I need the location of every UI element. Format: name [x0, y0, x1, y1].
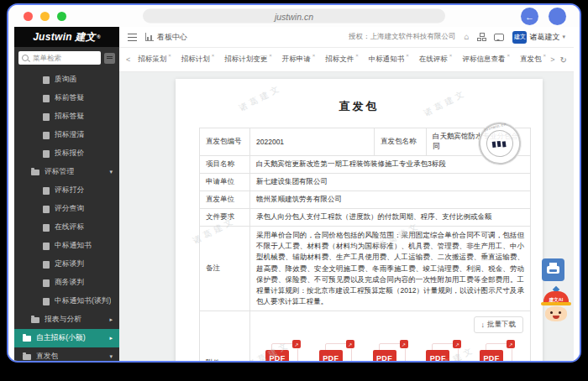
license-text: 授权：上海建文软件科技有限公司 — [349, 32, 456, 42]
menu-search-box[interactable] — [18, 51, 101, 65]
messages-icon[interactable] — [494, 34, 504, 41]
close-icon[interactable]: × — [312, 53, 316, 58]
pdf-badge: PDF — [373, 350, 396, 361]
sidebar-item[interactable]: 自主招标(小额) ▸ — [14, 329, 119, 347]
share-icon[interactable]: ↗ — [400, 340, 408, 348]
caret-icon: ▸ — [109, 316, 113, 323]
field-value: 赣州景顺建筑劳务有限公司 — [250, 191, 531, 209]
tab[interactable]: 开标申请 × — [277, 48, 321, 71]
mascot-assistant[interactable]: 建文AI — [541, 287, 571, 326]
zoom-window-button[interactable] — [57, 12, 66, 21]
tabs-scroll-left-icon[interactable]: < — [123, 55, 133, 64]
back-arrow-icon: ← — [525, 12, 534, 22]
org-chart-icon[interactable] — [477, 33, 486, 41]
app-logo[interactable]: Justwin 建文® — [14, 27, 119, 47]
close-icon[interactable]: × — [449, 53, 453, 58]
tab[interactable]: 招标计划变更 × — [219, 48, 277, 71]
share-icon[interactable]: ↗ — [292, 340, 301, 348]
dashboard-link[interactable]: 看板中心 — [145, 32, 187, 43]
sidebar-item[interactable]: 质询函 — [14, 70, 119, 89]
sidebar-item[interactable]: 定标谈判 — [14, 255, 119, 274]
menu-grid-icon[interactable] — [104, 53, 115, 64]
remark-value: 采用单价合同的，合同价格包括的风险范围：采用固定综合单价合同不可调，包括但不限于… — [250, 227, 531, 311]
tabs-scroll-right-icon[interactable]: > — [548, 55, 557, 64]
close-icon[interactable]: × — [543, 53, 546, 58]
sidebar-item[interactable]: 在线评标 — [14, 218, 119, 237]
close-icon[interactable]: × — [269, 53, 272, 58]
share-icon[interactable]: ↗ — [507, 340, 515, 348]
main-area: 看板中心 授权：上海建文软件科技有限公司 ⌂ 建文 诸葛建文 ▾ < — [119, 27, 574, 361]
sidebar-item[interactable]: 投标报价 — [14, 144, 119, 163]
field-value: 2022001 — [250, 128, 375, 156]
print-button[interactable] — [542, 258, 564, 281]
batch-download-label: 批量下载 — [487, 320, 516, 330]
sidebar-item[interactable]: 评标打分 — [14, 181, 119, 200]
attachment-file[interactable]: PDF ↗ ↓ 直发包备案（... — [365, 342, 417, 361]
chrome-circle-button[interactable] — [549, 8, 566, 25]
chrome-buttons: ← — [521, 8, 566, 25]
tab[interactable]: 招标计划 × — [176, 48, 220, 71]
sidebar-item[interactable]: 直发包 ▾ — [14, 347, 119, 361]
close-icon[interactable]: × — [507, 53, 510, 58]
address-bar[interactable]: justwin.cn — [143, 9, 445, 23]
sidebar-item[interactable]: 招标澄清 — [14, 126, 119, 144]
file-icon — [43, 224, 50, 232]
helmet-icon: 建文AI — [543, 291, 569, 303]
close-icon[interactable]: × — [168, 53, 171, 58]
share-icon[interactable]: ↗ — [346, 340, 354, 348]
pdf-badge: PDF — [319, 350, 343, 361]
pdf-badge: PDF — [265, 350, 289, 361]
back-button[interactable]: ← — [521, 8, 538, 25]
sidebar-collapse-icon[interactable] — [128, 34, 137, 41]
seal-signature-mark — [491, 138, 507, 149]
table-row: 附件 ↓ 批量下载 — [200, 311, 531, 361]
field-label: 文件要求 — [200, 209, 250, 227]
home-icon[interactable]: ⌂ — [464, 33, 469, 41]
caret-icon: ▾ — [109, 353, 113, 360]
tab[interactable]: 招标文件 × — [320, 48, 364, 71]
minimize-window-button[interactable] — [40, 12, 50, 21]
sidebar-item[interactable]: 评标管理 ▾ — [14, 163, 119, 181]
sidebar-item[interactable]: 评分查询 — [14, 200, 119, 218]
attachment-file[interactable]: PDF ↗ ↓ 工程直发包申... — [311, 342, 363, 361]
close-icon[interactable]: × — [212, 53, 215, 58]
registered-mark: ® — [97, 34, 101, 39]
pdf-badge: PDF — [426, 350, 449, 361]
sidebar-item[interactable]: 中标通知书 — [14, 237, 119, 255]
traffic-lights — [24, 12, 66, 21]
mascot-face — [545, 306, 567, 321]
close-icon[interactable]: × — [406, 53, 409, 58]
sidebar-item[interactable]: 中标通知书(谈判) — [14, 292, 119, 311]
file-icon — [43, 132, 50, 139]
chevron-down-icon: ▾ — [562, 34, 565, 40]
field-label: 备注 — [200, 227, 250, 311]
file-icon — [43, 150, 50, 158]
attachment-file[interactable]: PDF ↗ ↓ 直发包备案（... — [417, 342, 470, 361]
browser-window: justwin.cn ← Justwin 建文® — [7, 3, 581, 363]
close-icon[interactable]: × — [355, 53, 359, 58]
batch-download-button[interactable]: ↓ 批量下载 — [474, 316, 524, 333]
attachments-cell: ↓ 批量下载 PDF — [250, 311, 531, 361]
header-right: 授权：上海建文软件科技有限公司 ⌂ 建文 诸葛建文 ▾ — [349, 31, 565, 44]
bar-chart-icon — [145, 33, 154, 41]
attachment-file[interactable]: PDF ↗ ↓ 发包合同协议... — [257, 342, 309, 361]
tab[interactable]: 评标信息查看 × — [457, 48, 515, 71]
attachment-list: PDF ↗ ↓ 发包合同协议... — [255, 342, 525, 361]
menu-search-input[interactable] — [31, 53, 97, 63]
sidebar-item[interactable]: 招标答疑 — [14, 107, 119, 126]
tab[interactable]: 中标通知书 × — [364, 48, 414, 71]
sidebar-item[interactable]: 商务谈判 — [14, 274, 119, 292]
tab[interactable]: 直发包 × — [515, 48, 548, 71]
tab[interactable]: 在线评标 × — [414, 48, 458, 71]
refresh-icon[interactable]: ↻ — [558, 55, 570, 65]
share-icon[interactable]: ↗ — [453, 340, 461, 348]
attachment-file[interactable]: PDF ↗ ↓ 直发包工程量... — [471, 342, 523, 361]
field-value: 承包人向分包人支付工程款（进度款）的付款周期、程序、支付比例或金额 — [250, 209, 531, 227]
field-label: 项目名称 — [200, 156, 250, 174]
close-window-button[interactable] — [24, 12, 33, 21]
sidebar-item[interactable]: 报表与分析 ▸ — [14, 311, 119, 329]
sidebar-item[interactable]: 标前答疑 — [14, 89, 119, 107]
user-menu[interactable]: 建文 诸葛建文 ▾ — [512, 31, 565, 44]
search-icon — [22, 55, 29, 61]
tab[interactable]: 招标策划 × — [133, 48, 176, 71]
